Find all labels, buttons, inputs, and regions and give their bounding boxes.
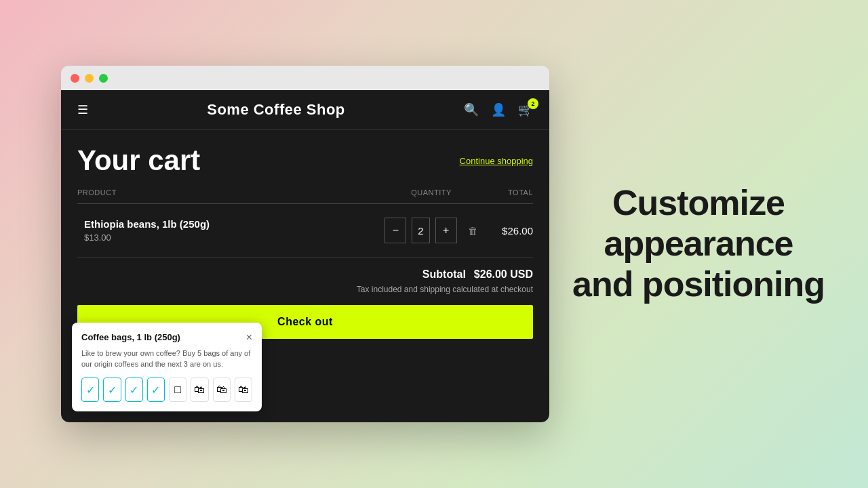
quantity-control: − 2 + 🗑 (384, 218, 479, 243)
dot-red[interactable] (71, 74, 79, 83)
cart-badge: 2 (528, 98, 538, 109)
col-product-header: Product (77, 188, 384, 197)
table-header: Product Quantity Total (77, 188, 533, 204)
col-quantity-header: Quantity (384, 188, 479, 197)
cart-icon[interactable]: 🛒 2 (518, 102, 533, 117)
delete-item-button[interactable]: 🗑 (468, 225, 478, 237)
popup-icon-row: ✓ ✓ ✓ ✓ □ 🛍 🛍 🛍 (81, 378, 252, 402)
popup-icon-3[interactable]: ✓ (125, 378, 143, 402)
browser-window: ☰ Some Coffee Shop 🔍 👤 🛒 2 Your cart Con… (61, 66, 549, 422)
popup-icon-8[interactable]: 🛍 (235, 378, 252, 402)
hamburger-icon[interactable]: ☰ (77, 102, 88, 117)
subtotal-value: $26.00 USD (474, 268, 533, 281)
popup-icon-7[interactable]: 🛍 (213, 378, 231, 402)
continue-shopping-link[interactable]: Continue shopping (460, 156, 533, 166)
cart-header-row: Your cart Continue shopping (77, 146, 533, 175)
product-info: Ethiopia beans, 1lb (250g) $13.00 (77, 218, 384, 243)
site-title: Some Coffee Shop (207, 101, 345, 119)
product-price: $13.00 (84, 232, 384, 243)
popup-close-button[interactable]: × (246, 332, 252, 343)
popup-icon-1[interactable]: ✓ (81, 378, 99, 402)
subtotal-row: Subtotal $26.00 USD (77, 258, 533, 285)
cart-title: Your cart (77, 146, 200, 175)
quantity-increase-button[interactable]: + (435, 218, 457, 243)
right-panel: Customize appearance and positioning (570, 183, 827, 304)
nav-icons: 🔍 👤 🛒 2 (464, 102, 533, 117)
popup-icon-2[interactable]: ✓ (103, 378, 121, 402)
search-icon[interactable]: 🔍 (464, 102, 479, 117)
popup-description: Like to brew your own coffee? Buy 5 bags… (81, 348, 252, 369)
popup-icon-5[interactable]: □ (169, 378, 186, 402)
popup-title: Coffee bags, 1 lb (250g) (81, 332, 180, 342)
app-content: ☰ Some Coffee Shop 🔍 👤 🛒 2 Your cart Con… (61, 90, 549, 422)
popup-card: Coffee bags, 1 lb (250g) × Like to brew … (72, 323, 262, 411)
account-icon[interactable]: 👤 (491, 102, 506, 117)
col-total-header: Total (479, 188, 533, 197)
popup-header: Coffee bags, 1 lb (250g) × (81, 332, 252, 343)
popup-icon-4[interactable]: ✓ (147, 378, 165, 402)
quantity-decrease-button[interactable]: − (384, 218, 406, 243)
popup-icon-6[interactable]: 🛍 (191, 378, 208, 402)
product-total: $26.00 (479, 225, 533, 237)
tax-note: Tax included and shipping calculated at … (77, 285, 533, 294)
dot-green[interactable] (99, 74, 108, 83)
dot-yellow[interactable] (85, 74, 94, 83)
subtotal-label: Subtotal (422, 268, 466, 281)
cart-area: Your cart Continue shopping Product Quan… (61, 130, 549, 352)
nav-bar: ☰ Some Coffee Shop 🔍 👤 🛒 2 (61, 90, 549, 130)
product-name: Ethiopia beans, 1lb (250g) (84, 218, 384, 230)
product-row: Ethiopia beans, 1lb (250g) $13.00 − 2 + … (77, 204, 533, 258)
quantity-value: 2 (412, 218, 429, 243)
right-panel-heading: Customize appearance and positioning (570, 183, 827, 304)
title-bar (61, 66, 549, 90)
